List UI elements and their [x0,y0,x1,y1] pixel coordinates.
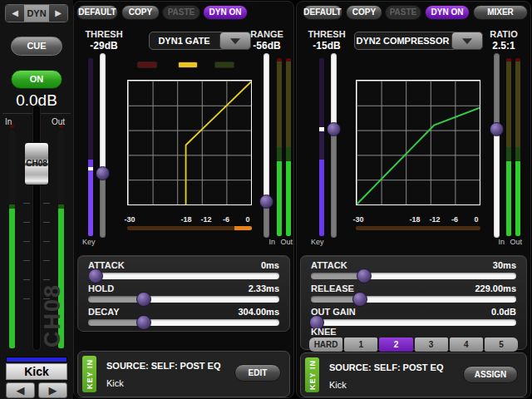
gate-dyn-on-button[interactable]: DYN ON [203,5,248,20]
gate-hold-slider-thumb[interactable] [136,292,151,307]
gate-hold-value: 2.33ms [249,283,279,293]
comp-in-label: In [498,238,505,246]
comp-default-button[interactable]: DEFAULT [303,5,342,20]
gate-decay-value: 304.00ms [238,307,279,317]
gate-thresh-slider-track[interactable] [100,53,106,238]
comp-attack-label: ATTACK [311,260,347,270]
comp-key-in-tab-label: KEY IN [308,360,317,390]
comp-assign-button[interactable]: ASSIGN [463,366,518,383]
gate-thresh-label: THRESH [79,29,129,39]
gate-range-label: RANGE [244,29,290,39]
gate-edit-button[interactable]: EDIT [234,364,281,382]
comp-type-label: DYN2 COMPRESSOR [355,32,451,49]
knee-option-1[interactable]: 1 [344,337,377,352]
gate-yellow-led [178,62,198,68]
comp-in-meter [506,58,511,236]
gate-key-in-panel: KEY IN SOURCE: SELF: POST EQ Kick EDIT [77,351,290,397]
comp-key-in-panel: KEY IN SOURCE: SELF: POST EQ Kick ASSIGN [300,352,527,397]
gate-red-led [137,62,157,68]
gate-default-button[interactable]: DEFAULT [76,5,118,20]
channel-name: Kick [6,363,67,380]
gate-key-meter [88,58,93,236]
gate-key-label: Key [82,238,96,246]
gate-key-in-name: Kick [106,378,124,388]
gate-curve [128,81,251,204]
fader-knob[interactable]: CH08 [24,142,49,185]
gate-axis-tick: -18 [180,215,191,224]
comp-release-slider-thumb[interactable] [352,292,367,307]
in-clip-led [10,125,14,128]
gate-type-dropdown[interactable]: DYN1 GATE [149,32,251,50]
gate-green-led [214,62,234,68]
chevron-down-icon[interactable] [451,32,483,50]
knee-option-2[interactable]: 2 [379,337,412,352]
on-button[interactable]: ON [11,70,62,89]
comp-copy-button[interactable]: COPY [346,5,382,20]
fader-scale-ticks-left [23,203,30,304]
comp-attack-slider-thumb[interactable] [357,268,372,283]
comp-ratio-slider[interactable] [494,53,500,238]
channel-watermark: CH08 [40,246,66,347]
comp-thresh-slider-thumb[interactable] [327,122,341,136]
next-channel-button[interactable]: ▶ [38,382,67,398]
comp-ratio-label: RATIO [482,29,525,39]
gate-curve-line [186,81,251,204]
cue-button[interactable]: CUE [11,37,62,56]
gate-hold-slider[interactable] [88,296,279,303]
knee-option-4[interactable]: 4 [450,337,483,352]
comp-thresh-label: THRESH [302,29,352,39]
gate-axis-tick: -30 [124,215,135,224]
gate-copy-button[interactable]: COPY [121,5,160,20]
gate-attack-slider-thumb[interactable] [88,268,103,283]
comp-axis-tick: -12 [429,215,440,224]
comp-dyn-on-button[interactable]: DYN ON [425,5,470,20]
comp-type-dropdown[interactable]: DYN2 COMPRESSOR [354,32,483,50]
processor-selector-label: DYN [24,5,49,22]
gate-attack-value: 0ms [261,260,279,270]
comp-axis-tick: -6 [451,215,458,224]
comp-out-gain-slider[interactable] [311,319,516,326]
comp-thresh-slider-track[interactable] [331,53,337,238]
gate-transfer-graph [127,80,252,205]
gate-out-label: Out [280,238,293,246]
gate-range-slider-thumb[interactable] [259,195,273,209]
processor-next-button[interactable]: ▶ [49,5,67,22]
gate-graph-section: -30 -18 -12 -6 0 Key In Out [74,52,293,255]
gate-range-value: -56dB [244,40,290,52]
comp-release-slider[interactable] [311,296,516,303]
channel-strip: ◀ DYN ▶ CUE ON 0.0dB In Out CH08 CH08 Ki… [0,0,73,399]
gate-thresh-slider[interactable] [100,53,106,238]
comp-paste-button: PASTE [385,5,421,20]
comp-curve-line [357,108,480,204]
gate-thresh-value: -29dB [79,40,129,52]
comp-attack-slider[interactable] [311,273,516,279]
gate-decay-label: DECAY [88,307,120,317]
gate-decay-slider[interactable] [88,319,279,326]
comp-axis-tick: 0 [474,215,478,224]
comp-key-in-name: Kick [329,380,347,390]
gate-decay-slider-thumb[interactable] [136,315,151,330]
comp-thresh-slider[interactable] [331,53,337,238]
comp-key-in-tab: KEY IN [305,357,319,392]
knee-option-5[interactable]: 5 [485,337,518,352]
comp-axis-tick: -18 [409,215,420,224]
gate-params-panel: ATTACK 0ms HOLD 2.33ms DECAY 304.00ms [77,255,290,332]
gate-panel: DEFAULT COPY PASTE DYN ON THRESH -29dB D… [73,1,294,398]
comp-ratio-slider-track[interactable] [494,53,500,238]
knee-option-hard[interactable]: HARD [309,337,342,352]
comp-ratio-slider-thumb[interactable] [490,122,504,136]
mixer-button[interactable]: MIXER [473,5,528,20]
gate-thresh-slider-thumb[interactable] [96,166,110,180]
processor-selector: ◀ DYN ▶ [5,4,68,22]
processor-prev-button[interactable]: ◀ [6,5,24,22]
comp-key-in-source: SOURCE: SELF: POST EQ [329,362,444,372]
gate-range-slider-track[interactable] [264,53,269,238]
gate-in-label: In [268,238,275,246]
gate-key-in-tab-label: KEY IN [86,359,94,389]
knee-selector: HARD 1 2 3 4 5 [309,337,518,352]
gate-range-slider[interactable] [264,53,269,238]
gate-attack-slider[interactable] [88,273,279,279]
prev-channel-button[interactable]: ◀ [6,382,35,398]
knee-option-3[interactable]: 3 [415,337,448,352]
gate-out-meter [286,58,291,236]
